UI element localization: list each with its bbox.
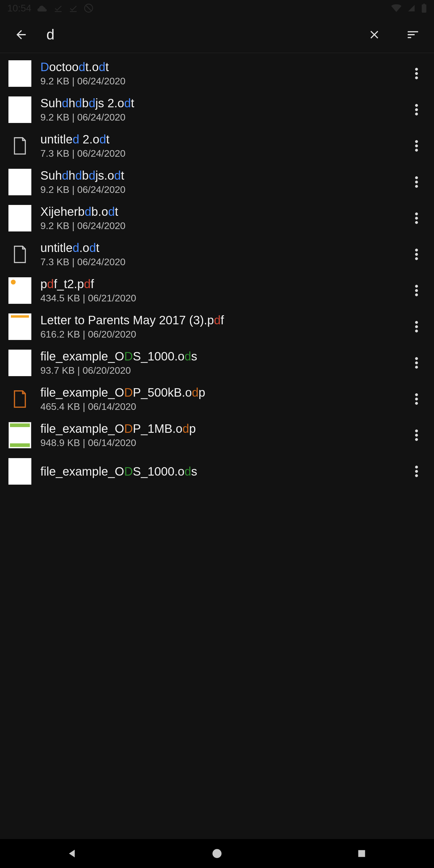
- more-options-button[interactable]: [404, 315, 429, 339]
- more-options-button[interactable]: [404, 170, 429, 194]
- file-meta: Suhdhdbdjs.odt9.2 KB | 06/24/2020: [40, 169, 396, 195]
- svg-point-28: [415, 330, 418, 333]
- check-icon: [69, 4, 78, 13]
- back-button[interactable]: [8, 22, 34, 48]
- file-name: Xijeherbdb.odt: [40, 205, 396, 218]
- file-row[interactable]: pdf_t2.pdf434.5 KB | 06/21/2020: [0, 273, 434, 309]
- file-thumbnail: [8, 458, 31, 485]
- file-thumbnail: [8, 205, 31, 231]
- more-options-button[interactable]: [404, 134, 429, 158]
- svg-point-19: [415, 221, 418, 224]
- file-meta: Suhdhdbdjs 2.odt9.2 KB | 06/24/2020: [40, 96, 396, 123]
- more-options-button[interactable]: [404, 459, 429, 484]
- nav-home-button[interactable]: [199, 844, 235, 863]
- file-thumbnail: [8, 133, 31, 159]
- file-row[interactable]: Suhdhdbdjs 2.odt9.2 KB | 06/24/2020: [0, 92, 434, 128]
- file-row[interactable]: untitled.odt7.3 KB | 06/24/2020: [0, 236, 434, 273]
- svg-point-16: [415, 185, 418, 188]
- file-name: file_example_ODP_500kB.odp: [40, 386, 396, 399]
- svg-point-24: [415, 289, 418, 292]
- svg-point-29: [415, 357, 418, 360]
- file-meta: pdf_t2.pdf434.5 KB | 06/21/2020: [40, 277, 396, 304]
- file-subtext: 948.9 KB | 06/14/2020: [40, 437, 396, 448]
- status-bar: 10:54: [0, 0, 434, 16]
- svg-point-34: [415, 402, 418, 405]
- file-name: Letter to Parents May 2017 (3).pdf: [40, 313, 396, 327]
- file-list: Doctoodt.odt9.2 KB | 06/24/2020Suhdhdbdj…: [0, 53, 434, 490]
- file-row[interactable]: file_example_ODP_1MB.odp948.9 KB | 06/14…: [0, 417, 434, 453]
- svg-point-20: [415, 249, 418, 252]
- file-row[interactable]: file_example_ODS_1000.ods93.7 KB | 06/20…: [0, 345, 434, 381]
- file-row[interactable]: Letter to Parents May 2017 (3).pdf616.2 …: [0, 309, 434, 345]
- file-meta: file_example_ODP_1MB.odp948.9 KB | 06/14…: [40, 422, 396, 448]
- file-name: untitled.odt: [40, 241, 396, 255]
- svg-rect-1: [70, 11, 77, 12]
- file-name: Suhdhdbdjs 2.odt: [40, 96, 396, 110]
- svg-point-12: [415, 144, 418, 147]
- no-sync-icon: [84, 3, 93, 13]
- svg-rect-3: [422, 4, 427, 13]
- more-options-button[interactable]: [404, 423, 429, 447]
- file-subtext: 465.4 KB | 06/14/2020: [40, 401, 396, 412]
- file-thumbnail: [8, 422, 31, 448]
- search-appbar: d: [0, 16, 434, 53]
- svg-point-14: [415, 176, 418, 179]
- sort-button[interactable]: [400, 22, 426, 48]
- file-subtext: 9.2 KB | 06/24/2020: [40, 112, 396, 123]
- clear-search-button[interactable]: [361, 22, 388, 48]
- file-row[interactable]: Xijeherbdb.odt9.2 KB | 06/24/2020: [0, 200, 434, 236]
- system-navbar: [0, 839, 434, 868]
- wifi-icon: [391, 4, 401, 12]
- more-options-button[interactable]: [404, 98, 429, 122]
- file-meta: file_example_ODS_1000.ods: [40, 465, 396, 478]
- file-subtext: 7.3 KB | 06/24/2020: [40, 148, 396, 159]
- more-options-button[interactable]: [404, 351, 429, 375]
- more-options-button[interactable]: [404, 242, 429, 267]
- more-options-button[interactable]: [404, 278, 429, 303]
- file-meta: file_example_ODP_500kB.odp465.4 KB | 06/…: [40, 386, 396, 412]
- cloud-icon: [37, 4, 48, 12]
- svg-point-35: [415, 430, 418, 433]
- file-subtext: 616.2 KB | 06/20/2020: [40, 329, 396, 340]
- svg-point-23: [415, 285, 418, 288]
- svg-point-39: [415, 470, 418, 473]
- svg-point-25: [415, 293, 418, 297]
- file-row[interactable]: Doctoodt.odt9.2 KB | 06/24/2020: [0, 56, 434, 92]
- svg-point-22: [415, 257, 418, 260]
- more-options-button[interactable]: [404, 61, 429, 86]
- file-name: file_example_ODS_1000.ods: [40, 350, 396, 363]
- file-row[interactable]: file_example_ODS_1000.ods: [0, 453, 434, 490]
- svg-point-11: [415, 140, 418, 143]
- search-input[interactable]: d: [46, 26, 349, 43]
- file-thumbnail: [8, 96, 31, 123]
- more-options-button[interactable]: [404, 206, 429, 230]
- nav-back-button[interactable]: [54, 844, 90, 863]
- check-icon: [54, 4, 63, 13]
- svg-rect-42: [358, 850, 365, 857]
- svg-point-18: [415, 217, 418, 220]
- svg-point-41: [213, 849, 221, 858]
- svg-point-26: [415, 321, 418, 324]
- nav-recent-button[interactable]: [344, 844, 380, 863]
- status-time: 10:54: [7, 3, 31, 14]
- file-row[interactable]: untitled 2.odt7.3 KB | 06/24/2020: [0, 128, 434, 164]
- svg-point-8: [415, 104, 418, 107]
- file-row[interactable]: Suhdhdbdjs.odt9.2 KB | 06/24/2020: [0, 164, 434, 200]
- file-name: file_example_ODS_1000.ods: [40, 465, 396, 478]
- svg-point-9: [415, 108, 418, 111]
- file-subtext: 93.7 KB | 06/20/2020: [40, 365, 396, 376]
- svg-point-7: [415, 76, 418, 80]
- file-name: Doctoodt.odt: [40, 60, 396, 74]
- file-meta: untitled.odt7.3 KB | 06/24/2020: [40, 241, 396, 268]
- svg-rect-4: [424, 4, 425, 5]
- file-meta: Letter to Parents May 2017 (3).pdf616.2 …: [40, 313, 396, 340]
- file-subtext: 9.2 KB | 06/24/2020: [40, 76, 396, 87]
- file-subtext: 9.2 KB | 06/24/2020: [40, 184, 396, 195]
- file-meta: file_example_ODS_1000.ods93.7 KB | 06/20…: [40, 350, 396, 376]
- svg-rect-0: [55, 11, 62, 12]
- svg-point-38: [415, 466, 418, 469]
- svg-point-36: [415, 434, 418, 437]
- file-row[interactable]: file_example_ODP_500kB.odp465.4 KB | 06/…: [0, 381, 434, 417]
- more-options-button[interactable]: [404, 387, 429, 411]
- file-thumbnail: [8, 313, 31, 340]
